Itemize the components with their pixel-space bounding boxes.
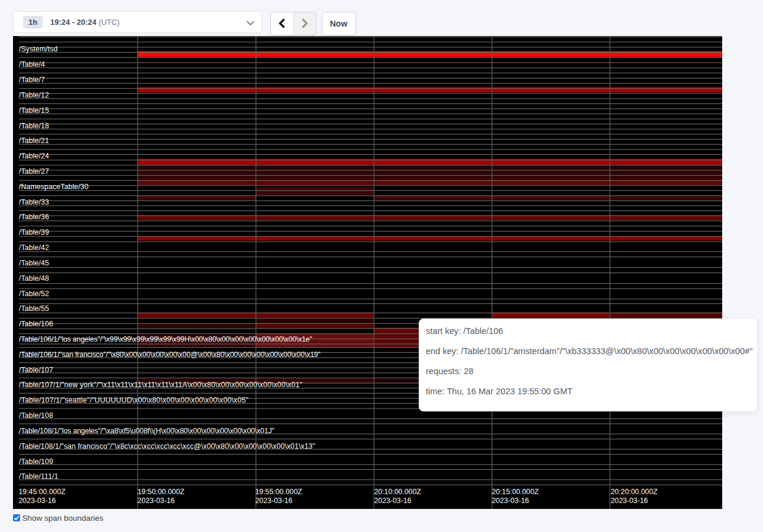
svg-text:2023-03-16: 2023-03-16 bbox=[18, 497, 56, 505]
svg-text:/Table/108: /Table/108 bbox=[19, 411, 53, 420]
svg-text:/Table/55: /Table/55 bbox=[19, 304, 49, 313]
svg-text:2023-03-16: 2023-03-16 bbox=[374, 497, 411, 505]
svg-text:2023-03-16: 2023-03-16 bbox=[610, 497, 648, 505]
svg-text:/Table/39: /Table/39 bbox=[19, 228, 49, 236]
svg-text:/Table/106/1/"los angeles"/"\x: /Table/106/1/"los angeles"/"\x99\x99\x99… bbox=[19, 335, 312, 343]
svg-text:/Table/108/1/"san francisco"/": /Table/108/1/"san francisco"/"\x8c\xcc\x… bbox=[19, 442, 315, 450]
svg-text:/System/tsd: /System/tsd bbox=[19, 45, 58, 53]
svg-text:19:50:00.000Z: 19:50:00.000Z bbox=[137, 488, 185, 496]
svg-text:/Table/15: /Table/15 bbox=[19, 106, 49, 115]
svg-text:/Table/107: /Table/107 bbox=[19, 366, 53, 374]
svg-text:/Table/7: /Table/7 bbox=[19, 76, 45, 84]
svg-text:2023-03-16: 2023-03-16 bbox=[255, 497, 292, 505]
svg-text:/Table/107/1/"seattle"/"UUUUUU: /Table/107/1/"seattle"/"UUUUUUD\x00\x80\… bbox=[19, 396, 248, 404]
svg-text:20:15:00.000Z: 20:15:00.000Z bbox=[492, 488, 539, 496]
svg-text:/Table/106/1/"san francisco"/": /Table/106/1/"san francisco"/"\x80\x00\x… bbox=[19, 351, 321, 359]
svg-text:/Table/12: /Table/12 bbox=[19, 91, 49, 99]
svg-text:/Table/18: /Table/18 bbox=[19, 122, 49, 130]
svg-text:/Table/109: /Table/109 bbox=[19, 458, 53, 466]
svg-text:/NamespaceTable/30: /NamespaceTable/30 bbox=[19, 183, 89, 191]
svg-text:20:20:00.000Z: 20:20:00.000Z bbox=[610, 488, 658, 496]
svg-text:2023-03-16: 2023-03-16 bbox=[492, 497, 529, 505]
svg-text:/Table/45: /Table/45 bbox=[19, 259, 49, 267]
svg-text:/Table/111/1: /Table/111/1 bbox=[19, 472, 59, 481]
svg-text:2023-03-16: 2023-03-16 bbox=[137, 497, 174, 505]
svg-text:/Table/106: /Table/106 bbox=[19, 320, 53, 328]
svg-text:/Table/27: /Table/27 bbox=[19, 167, 49, 176]
svg-text:/Table/36: /Table/36 bbox=[19, 213, 49, 221]
svg-text:20:10:00.000Z: 20:10:00.000Z bbox=[374, 488, 421, 496]
svg-text:/Table/48: /Table/48 bbox=[19, 274, 49, 283]
svg-text:/Table/4: /Table/4 bbox=[19, 60, 45, 69]
svg-text:19:45:00.000Z: 19:45:00.000Z bbox=[18, 488, 66, 496]
svg-text:/Table/24: /Table/24 bbox=[19, 152, 49, 160]
svg-text:/Table/42: /Table/42 bbox=[19, 244, 49, 252]
svg-text:/Table/107/1/"new york"/"\x11\: /Table/107/1/"new york"/"\x11\x11\x11\x1… bbox=[19, 381, 302, 389]
svg-text:/Table/33: /Table/33 bbox=[19, 198, 49, 206]
svg-text:/Table/108/1/"los angeles"/"\x: /Table/108/1/"los angeles"/"\xa8\xf5\u00… bbox=[19, 427, 274, 435]
svg-text:19:55:00.000Z: 19:55:00.000Z bbox=[255, 488, 302, 496]
svg-text:/Table/52: /Table/52 bbox=[19, 290, 49, 298]
svg-text:/Table/21: /Table/21 bbox=[19, 137, 49, 145]
